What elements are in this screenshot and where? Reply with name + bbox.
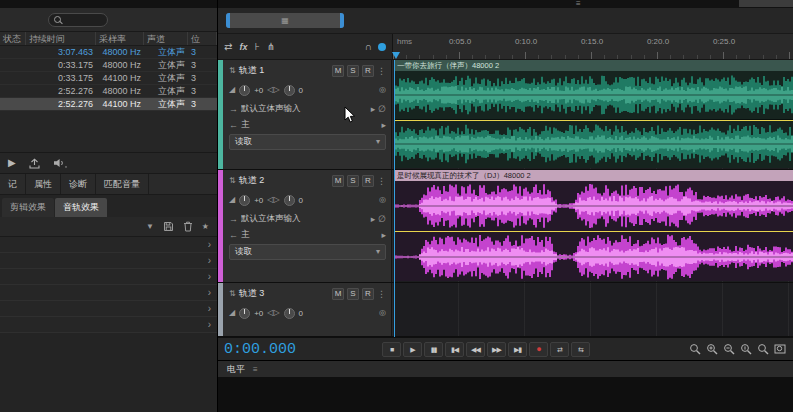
audio-clip-track-2[interactable]: 是时候展现真正的技术了（DJ）48000 2 [394,170,793,281]
skip-to-start-button[interactable]: ▮◀ [445,342,464,357]
tab-match-loudness[interactable]: 匹配音量 [96,174,149,194]
file-row[interactable]: 2:52.276 48000 Hz 立体声 3 [0,85,217,98]
track-menu-icon[interactable]: ⋮ [377,66,386,76]
arm-record-button[interactable]: R [362,65,374,77]
track-3-lane[interactable] [392,283,793,336]
panel-menu-icon[interactable]: ≡ [253,365,258,374]
pan-knob[interactable] [284,308,295,319]
move-tool-icon[interactable]: ⇄ [224,42,232,52]
col-channels[interactable]: 声道 [144,32,188,45]
track-menu-icon[interactable]: ⋮ [377,289,386,299]
tab-clip-effects[interactable]: 剪辑效果 [2,198,54,217]
volume-knob[interactable] [239,308,250,319]
arm-record-button[interactable]: R [362,288,374,300]
automation-mode-dropdown[interactable]: 读取 ▾ [229,244,386,260]
favorite-star-icon[interactable]: ★ [202,223,209,231]
solo-button[interactable]: S [347,65,359,77]
tab-diagnostics[interactable]: 诊断 [61,174,96,194]
sends-icon[interactable]: ◎ [379,309,386,317]
track-name[interactable]: 轨道 1 [239,64,265,77]
input-selector[interactable]: 默认立体声输入 [241,103,301,115]
monitor-input-icon[interactable]: ∅ [378,105,386,114]
arm-record-button[interactable]: R [362,175,374,187]
track-2-lane[interactable]: 是时候展现真正的技术了（DJ）48000 2 [392,170,793,282]
input-expand-icon[interactable]: ▸ [371,215,376,224]
effect-slot[interactable]: › [0,285,217,301]
snap-icon[interactable]: ∩ [365,42,372,52]
zoom-in-amplitude-icon[interactable] [740,343,753,356]
col-status[interactable]: 状态 [0,32,26,45]
col-bits[interactable]: 位 [188,32,217,45]
play-button[interactable]: ▶ [403,342,422,357]
track-name[interactable]: 轨道 3 [239,287,265,300]
clip-title[interactable]: 是时候展现真正的技术了（DJ）48000 2 [394,170,793,181]
playhead-indicator-icon[interactable] [378,43,386,51]
timeline-ruler[interactable]: hms 0:05.0 0:10.0 0:15.0 0:20.0 0:25.0 [392,34,793,60]
tab-properties[interactable]: 属性 [26,174,61,194]
volume-knob[interactable] [239,195,250,206]
volume-envelope-line[interactable] [394,231,793,232]
record-button[interactable]: ● [529,342,548,357]
slot-chevron-icon[interactable]: › [208,239,211,250]
preview-play-icon[interactable]: ▶ [8,158,16,168]
file-row[interactable]: 0:33.175 44100 Hz 立体声 3 [0,72,217,85]
output-selector[interactable]: 主 [241,229,250,241]
zoom-out-full-icon[interactable] [689,343,702,356]
export-icon[interactable] [28,158,41,169]
slip-tool-icon[interactable]: ⋔ [267,42,275,52]
volume-knob[interactable] [239,85,250,96]
fx-toggle-icon[interactable]: fx [239,42,247,52]
speaker-icon[interactable] [53,158,68,168]
effect-slot[interactable]: › [0,317,217,333]
zoom-in-time-icon[interactable] [706,343,719,356]
delete-preset-icon[interactable] [183,221,193,232]
search-input[interactable] [48,13,108,27]
fast-forward-button[interactable]: ▶▶ [487,342,506,357]
output-expand-icon[interactable]: ▸ [381,121,386,130]
pan-knob[interactable] [284,85,295,96]
current-time-display[interactable]: 0:00.000 [224,341,382,358]
effect-slot[interactable]: › [0,301,217,317]
playhead-line[interactable] [394,60,395,337]
files-table-header[interactable]: 状态 持续时间 采样率 声道 位 [0,32,217,46]
input-expand-icon[interactable]: ▸ [371,105,376,114]
track-name[interactable]: 轨道 2 [239,174,265,187]
audio-clip-track-1[interactable]: 一带你去旅行（伴声）48000 2 [394,60,793,168]
effect-slot[interactable]: › [0,269,217,285]
stop-button[interactable]: ■ [382,342,401,357]
tab-track-effects[interactable]: 音轨效果 [55,198,107,217]
sends-icon[interactable]: ◎ [379,196,386,204]
rewind-button[interactable]: ◀◀ [466,342,485,357]
zoom-out-amplitude-icon[interactable] [757,343,770,356]
col-duration[interactable]: 持续时间 [26,32,96,45]
effect-slot[interactable]: › [0,253,217,269]
skip-selection-button[interactable]: ⇆ [571,342,590,357]
panel-menu-icon[interactable]: ≡ [576,0,581,8]
file-row-selected[interactable]: 2:52.276 44100 Hz 立体声 3 [0,98,217,111]
slot-chevron-icon[interactable]: › [208,271,211,282]
effect-slot[interactable]: › [0,237,217,253]
preset-dropdown-icon[interactable]: ▼ [146,223,154,231]
volume-envelope-line[interactable] [394,120,793,121]
track-color-strip[interactable] [218,170,223,282]
track-color-strip[interactable] [218,283,223,336]
tab-markers[interactable]: 记 [0,174,26,194]
track-menu-icon[interactable]: ⋮ [377,176,386,186]
track-color-strip[interactable] [218,60,223,169]
output-expand-icon[interactable]: ▸ [381,231,386,240]
time-format-label[interactable]: hms [397,37,412,46]
zoom-scrollbar[interactable]: ▦ [226,13,344,28]
solo-button[interactable]: S [347,288,359,300]
save-preset-icon[interactable] [163,221,174,232]
file-row[interactable]: 3:07.463 48000 Hz 立体声 3 [0,46,217,59]
slot-chevron-icon[interactable]: › [208,287,211,298]
output-selector[interactable]: 主 [241,119,250,131]
zoom-out-time-icon[interactable] [723,343,736,356]
slot-chevron-icon[interactable]: › [208,303,211,314]
playhead-marker[interactable] [392,52,400,59]
automation-mode-dropdown[interactable]: 读取 ▾ [229,134,386,150]
col-sample-rate[interactable]: 采样率 [96,32,144,45]
pan-knob[interactable] [284,195,295,206]
track-1-lane[interactable]: 一带你去旅行（伴声）48000 2 [392,60,793,169]
razor-tool-icon[interactable]: ⊦ [254,42,259,52]
